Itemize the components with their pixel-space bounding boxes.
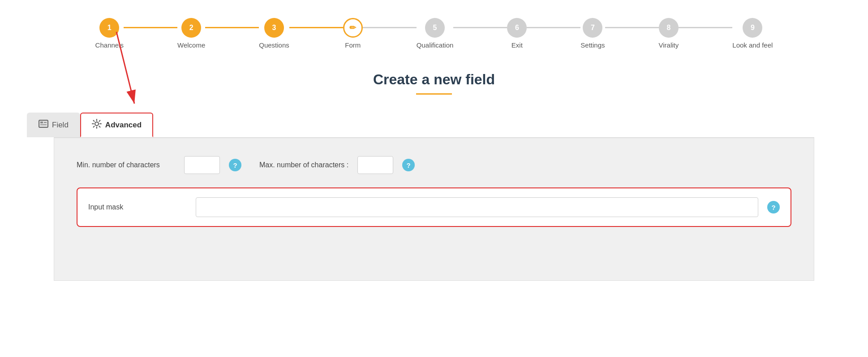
connector-2 <box>205 27 259 28</box>
min-chars-label: Min. number of characters <box>77 161 175 169</box>
step-6-circle: 6 <box>507 18 527 38</box>
step-6[interactable]: 6 Exit <box>507 18 527 49</box>
step-2[interactable]: 2 Welcome <box>177 18 205 49</box>
min-chars-help-button[interactable]: ? <box>229 159 241 171</box>
step-8-label: Virality <box>659 41 679 49</box>
advanced-tab-icon <box>92 119 102 131</box>
step-1[interactable]: 1 Channels <box>95 18 124 49</box>
step-1-label: Channels <box>95 41 124 49</box>
tab-field[interactable]: Field <box>27 113 80 137</box>
max-chars-label: Max. number of characters : <box>259 161 348 169</box>
page-title-section: Create a new field <box>0 71 868 95</box>
svg-point-5 <box>95 122 99 126</box>
step-4-label: Form <box>345 41 361 49</box>
field-tab-icon <box>39 120 48 130</box>
title-underline <box>416 93 452 95</box>
step-9[interactable]: 9 Look and feel <box>732 18 773 49</box>
input-mask-section: Input mask ? <box>77 187 791 227</box>
step-5[interactable]: 5 Qualification <box>417 18 454 49</box>
connector-6 <box>527 27 580 28</box>
connector-3 <box>289 27 343 28</box>
tabs-row: Field Advanced <box>27 113 841 137</box>
step-3[interactable]: 3 Questions <box>259 18 289 49</box>
svg-rect-1 <box>39 120 48 127</box>
step-6-label: Exit <box>511 41 523 49</box>
stepper: 1 Channels 2 Welcome 3 Questions ✏ Form … <box>0 0 868 58</box>
step-8-circle: 8 <box>659 18 679 38</box>
tab-advanced[interactable]: Advanced <box>80 113 153 137</box>
step-7-circle: 7 <box>583 18 602 38</box>
step-9-circle: 9 <box>743 18 762 38</box>
step-9-label: Look and feel <box>732 41 773 49</box>
step-1-circle: 1 <box>99 18 119 38</box>
max-chars-input[interactable] <box>357 156 393 174</box>
connector-1 <box>124 27 177 28</box>
connector-8 <box>679 27 732 28</box>
input-mask-label: Input mask <box>88 203 187 211</box>
min-chars-input[interactable] <box>184 156 220 174</box>
connector-4 <box>363 27 417 28</box>
input-mask-help-button[interactable]: ? <box>767 201 780 213</box>
step-5-label: Qualification <box>417 41 454 49</box>
min-max-chars-row: Min. number of characters ? Max. number … <box>77 156 791 174</box>
tabs-section: Field Advanced Min. number of characters <box>27 113 841 281</box>
step-7[interactable]: 7 Settings <box>580 18 605 49</box>
tab-advanced-label: Advanced <box>105 121 142 130</box>
input-mask-input[interactable] <box>196 197 758 217</box>
tab-field-label: Field <box>52 121 69 130</box>
svg-rect-2 <box>40 122 43 123</box>
pencil-icon: ✏ <box>349 23 356 33</box>
step-2-label: Welcome <box>177 41 205 49</box>
max-chars-help-button[interactable]: ? <box>402 159 415 171</box>
step-2-circle: 2 <box>181 18 201 38</box>
step-4[interactable]: ✏ Form <box>343 18 363 49</box>
step-7-label: Settings <box>580 41 605 49</box>
form-section: Field Advanced Min. number of characters <box>0 113 868 281</box>
connector-5 <box>453 27 507 28</box>
step-3-circle: 3 <box>264 18 284 38</box>
step-5-circle: 5 <box>425 18 445 38</box>
connector-7 <box>605 27 659 28</box>
content-area: Min. number of characters ? Max. number … <box>54 137 814 281</box>
step-4-circle: ✏ <box>343 18 363 38</box>
step-8[interactable]: 8 Virality <box>659 18 679 49</box>
step-3-label: Questions <box>259 41 289 49</box>
page-title: Create a new field <box>0 71 868 88</box>
